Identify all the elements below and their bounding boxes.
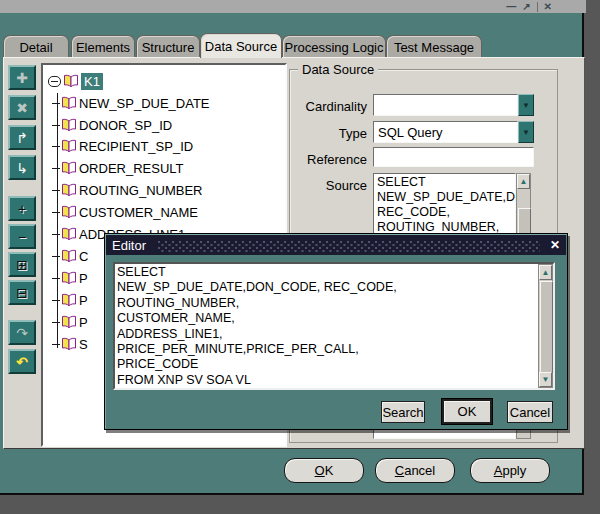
tab-detail[interactable]: Detail	[3, 35, 69, 58]
tree-item-label: P	[79, 315, 88, 330]
editor-titlebar[interactable]: Editor ✕	[106, 235, 566, 255]
tab-structure[interactable]: Structure	[136, 35, 200, 58]
cardinality-select[interactable]	[373, 94, 518, 116]
editor-sql-text: SELECT NEW_SP_DUE_DATE,DON_CODE, REC_COD…	[115, 264, 553, 388]
close-icon[interactable]: ✕	[544, 2, 552, 12]
type-label: Type	[295, 126, 367, 141]
tab-label: Detail	[19, 40, 52, 55]
tree-item[interactable]: CUSTOMER_NAME	[52, 202, 198, 222]
tree-item[interactable]: P	[52, 290, 88, 310]
source-label: Source	[295, 178, 367, 193]
tab-elements[interactable]: Elements	[71, 35, 135, 58]
cancel-button[interactable]: Cancel	[375, 458, 455, 483]
tree-item-label: CUSTOMER_NAME	[79, 205, 198, 220]
type-select[interactable]: SQL Query	[373, 121, 518, 143]
node-book-icon	[61, 271, 77, 285]
node-book-icon	[61, 139, 77, 153]
collapse-toggle-icon[interactable]	[48, 76, 61, 87]
expand-all-icon[interactable]: ⊞	[8, 252, 36, 277]
editor-search-button[interactable]: Search	[381, 401, 425, 423]
tab-data-source[interactable]: Data Source	[200, 33, 282, 58]
redo-icon[interactable]: ↷	[8, 320, 36, 345]
tree-item[interactable]: ROUTING_NUMBER	[52, 180, 203, 200]
tab-label: Test Message	[394, 40, 474, 55]
restore-icon[interactable]: ↗	[522, 2, 530, 12]
tree-item[interactable]: RECIPIENT_SP_ID	[52, 136, 193, 156]
ok-button[interactable]: OK	[284, 458, 364, 483]
node-book-icon	[61, 205, 77, 219]
editor-textarea[interactable]: SELECT NEW_SP_DUE_DATE,DON_CODE, REC_COD…	[113, 262, 555, 390]
tree-item-label: RECIPIENT_SP_ID	[79, 139, 193, 154]
cardinality-label: Cardinality	[295, 99, 367, 114]
node-book-icon	[61, 337, 77, 351]
group-legend: Data Source	[298, 62, 378, 77]
apply-button[interactable]: Apply	[470, 458, 550, 483]
node-book-icon	[61, 227, 77, 241]
tree-item[interactable]: C	[52, 246, 88, 266]
tab-label: Data Source	[205, 39, 277, 54]
node-book-icon	[61, 249, 77, 263]
node-book-icon	[63, 74, 79, 88]
move-up-icon[interactable]: ↱	[8, 125, 36, 150]
collapse-all-icon[interactable]: ⊟	[8, 280, 36, 305]
tab-label: Elements	[76, 40, 130, 55]
add-node-icon[interactable]: ✚	[8, 65, 36, 90]
scroll-up-icon[interactable]: ▲	[539, 265, 552, 280]
tree-item-label: NEW_SP_DUE_DATE	[79, 96, 210, 111]
node-book-icon	[61, 315, 77, 329]
mdi-separator	[537, 2, 538, 12]
node-book-icon	[61, 161, 77, 175]
editor-cancel-button[interactable]: Cancel	[507, 401, 553, 423]
node-book-icon	[61, 293, 77, 307]
undo-icon[interactable]: ↶	[8, 349, 36, 374]
editor-title: Editor	[112, 238, 146, 253]
expand-icon[interactable]: +	[8, 196, 36, 221]
editor-ok-button[interactable]: OK	[442, 399, 492, 424]
type-dropdown-icon[interactable]: ▼	[518, 121, 534, 143]
node-book-icon	[61, 118, 77, 132]
delete-node-icon[interactable]: ✖	[8, 95, 36, 120]
tree-item[interactable]: P	[52, 268, 88, 288]
tree-item[interactable]: NEW_SP_DUE_DATE	[52, 93, 210, 113]
tree-item-label: ROUTING_NUMBER	[79, 183, 203, 198]
tab-label: Structure	[142, 40, 195, 55]
tree-item[interactable]: ORDER_RESULT	[52, 158, 184, 178]
tree-item[interactable]: P	[52, 312, 88, 332]
tab-processing-logic[interactable]: Processing Logic	[282, 35, 386, 58]
window-titlebar[interactable]	[0, 13, 582, 30]
tree-item-label: ORDER_RESULT	[79, 161, 184, 176]
tree-root-label[interactable]: K1	[81, 73, 103, 90]
tab-test-message[interactable]: Test Message	[386, 35, 482, 58]
tree-item-label: DONOR_SP_ID	[79, 118, 172, 133]
tree-root-row[interactable]: K1	[48, 71, 103, 91]
move-down-icon[interactable]: ↳	[8, 155, 36, 180]
mdi-strip: — ↗ ✕	[0, 0, 586, 13]
tab-label: Processing Logic	[285, 40, 384, 55]
node-book-icon	[61, 96, 77, 110]
tree-item[interactable]: S	[52, 334, 88, 354]
tree-item-label: P	[79, 271, 88, 286]
tree-item[interactable]: DONOR_SP_ID	[52, 115, 172, 135]
scroll-down-icon[interactable]: ▼	[539, 372, 552, 387]
cardinality-dropdown-icon[interactable]: ▼	[518, 94, 534, 116]
editor-scrollbar[interactable]: ▲ ▼	[538, 264, 553, 388]
collapse-icon[interactable]: −	[8, 224, 36, 249]
tree-item-label: S	[79, 337, 88, 352]
reference-label: Reference	[295, 152, 367, 167]
minimize-icon[interactable]: —	[506, 2, 516, 12]
tree-item-label: C	[79, 249, 88, 264]
editor-close-icon[interactable]: ✕	[550, 238, 560, 252]
scroll-up-icon[interactable]: ▲	[517, 174, 530, 189]
scrollbar-thumb[interactable]	[540, 281, 553, 373]
reference-input[interactable]	[373, 147, 534, 167]
desktop: — ↗ ✕ Detail Elements Structure Data Sou…	[0, 0, 600, 514]
editor-dialog: Editor ✕ SELECT NEW_SP_DUE_DATE,DON_CODE…	[104, 233, 568, 430]
titlebar-texture	[158, 240, 540, 253]
tree-item-label: P	[79, 293, 88, 308]
node-book-icon	[61, 183, 77, 197]
